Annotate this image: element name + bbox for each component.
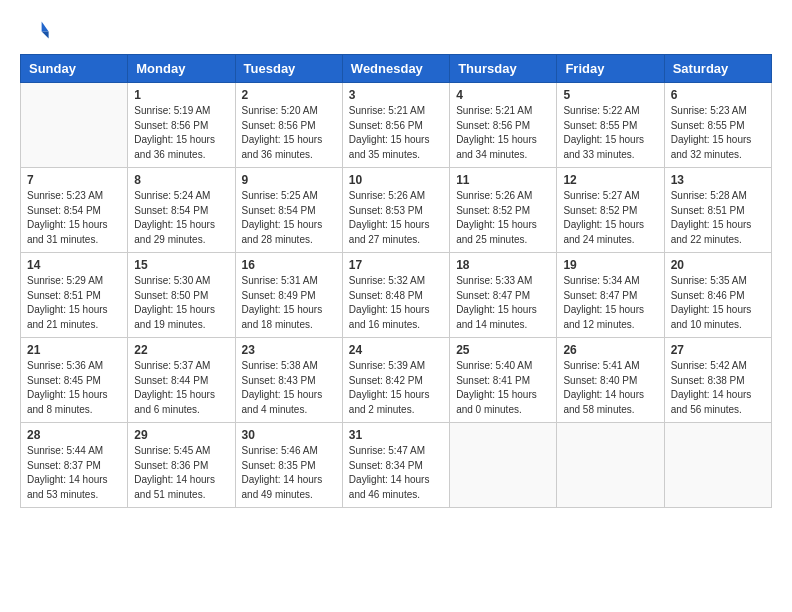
day-number: 3 [349,88,443,102]
day-info: Sunrise: 5:38 AM Sunset: 8:43 PM Dayligh… [242,359,336,417]
calendar-header-monday: Monday [128,55,235,83]
day-number: 21 [27,343,121,357]
svg-marker-0 [42,22,49,32]
calendar-cell: 11Sunrise: 5:26 AM Sunset: 8:52 PM Dayli… [450,168,557,253]
day-number: 6 [671,88,765,102]
day-info: Sunrise: 5:28 AM Sunset: 8:51 PM Dayligh… [671,189,765,247]
calendar-cell: 24Sunrise: 5:39 AM Sunset: 8:42 PM Dayli… [342,338,449,423]
calendar-cell [450,423,557,508]
calendar-cell: 25Sunrise: 5:40 AM Sunset: 8:41 PM Dayli… [450,338,557,423]
calendar-week-row: 21Sunrise: 5:36 AM Sunset: 8:45 PM Dayli… [21,338,772,423]
day-info: Sunrise: 5:40 AM Sunset: 8:41 PM Dayligh… [456,359,550,417]
day-number: 14 [27,258,121,272]
day-info: Sunrise: 5:36 AM Sunset: 8:45 PM Dayligh… [27,359,121,417]
calendar-week-row: 28Sunrise: 5:44 AM Sunset: 8:37 PM Dayli… [21,423,772,508]
day-info: Sunrise: 5:29 AM Sunset: 8:51 PM Dayligh… [27,274,121,332]
calendar-cell [664,423,771,508]
day-info: Sunrise: 5:42 AM Sunset: 8:38 PM Dayligh… [671,359,765,417]
day-info: Sunrise: 5:32 AM Sunset: 8:48 PM Dayligh… [349,274,443,332]
day-info: Sunrise: 5:20 AM Sunset: 8:56 PM Dayligh… [242,104,336,162]
day-number: 23 [242,343,336,357]
day-number: 9 [242,173,336,187]
day-info: Sunrise: 5:35 AM Sunset: 8:46 PM Dayligh… [671,274,765,332]
calendar-cell: 31Sunrise: 5:47 AM Sunset: 8:34 PM Dayli… [342,423,449,508]
calendar-cell: 21Sunrise: 5:36 AM Sunset: 8:45 PM Dayli… [21,338,128,423]
calendar-cell [21,83,128,168]
day-number: 8 [134,173,228,187]
day-info: Sunrise: 5:30 AM Sunset: 8:50 PM Dayligh… [134,274,228,332]
calendar-week-row: 7Sunrise: 5:23 AM Sunset: 8:54 PM Daylig… [21,168,772,253]
logo-icon [22,16,50,44]
calendar-cell: 17Sunrise: 5:32 AM Sunset: 8:48 PM Dayli… [342,253,449,338]
calendar-cell: 3Sunrise: 5:21 AM Sunset: 8:56 PM Daylig… [342,83,449,168]
calendar-cell: 22Sunrise: 5:37 AM Sunset: 8:44 PM Dayli… [128,338,235,423]
day-info: Sunrise: 5:41 AM Sunset: 8:40 PM Dayligh… [563,359,657,417]
day-number: 17 [349,258,443,272]
day-number: 12 [563,173,657,187]
calendar-header-saturday: Saturday [664,55,771,83]
day-number: 25 [456,343,550,357]
calendar-cell: 13Sunrise: 5:28 AM Sunset: 8:51 PM Dayli… [664,168,771,253]
day-number: 1 [134,88,228,102]
calendar-cell: 26Sunrise: 5:41 AM Sunset: 8:40 PM Dayli… [557,338,664,423]
calendar-header-sunday: Sunday [21,55,128,83]
calendar-cell: 19Sunrise: 5:34 AM Sunset: 8:47 PM Dayli… [557,253,664,338]
calendar-cell: 4Sunrise: 5:21 AM Sunset: 8:56 PM Daylig… [450,83,557,168]
calendar-cell: 9Sunrise: 5:25 AM Sunset: 8:54 PM Daylig… [235,168,342,253]
day-number: 11 [456,173,550,187]
day-info: Sunrise: 5:23 AM Sunset: 8:55 PM Dayligh… [671,104,765,162]
day-info: Sunrise: 5:27 AM Sunset: 8:52 PM Dayligh… [563,189,657,247]
calendar-header-wednesday: Wednesday [342,55,449,83]
calendar-cell: 10Sunrise: 5:26 AM Sunset: 8:53 PM Dayli… [342,168,449,253]
day-info: Sunrise: 5:23 AM Sunset: 8:54 PM Dayligh… [27,189,121,247]
day-info: Sunrise: 5:26 AM Sunset: 8:52 PM Dayligh… [456,189,550,247]
day-info: Sunrise: 5:33 AM Sunset: 8:47 PM Dayligh… [456,274,550,332]
day-number: 15 [134,258,228,272]
day-info: Sunrise: 5:31 AM Sunset: 8:49 PM Dayligh… [242,274,336,332]
day-number: 24 [349,343,443,357]
calendar-cell: 8Sunrise: 5:24 AM Sunset: 8:54 PM Daylig… [128,168,235,253]
calendar-cell: 16Sunrise: 5:31 AM Sunset: 8:49 PM Dayli… [235,253,342,338]
calendar-cell: 27Sunrise: 5:42 AM Sunset: 8:38 PM Dayli… [664,338,771,423]
day-number: 13 [671,173,765,187]
day-number: 29 [134,428,228,442]
logo [20,16,52,44]
day-number: 31 [349,428,443,442]
day-number: 5 [563,88,657,102]
calendar-cell: 2Sunrise: 5:20 AM Sunset: 8:56 PM Daylig… [235,83,342,168]
calendar-week-row: 1Sunrise: 5:19 AM Sunset: 8:56 PM Daylig… [21,83,772,168]
day-number: 20 [671,258,765,272]
svg-marker-1 [42,31,49,38]
calendar-cell: 6Sunrise: 5:23 AM Sunset: 8:55 PM Daylig… [664,83,771,168]
day-number: 26 [563,343,657,357]
day-number: 19 [563,258,657,272]
calendar-cell: 30Sunrise: 5:46 AM Sunset: 8:35 PM Dayli… [235,423,342,508]
calendar-cell: 14Sunrise: 5:29 AM Sunset: 8:51 PM Dayli… [21,253,128,338]
day-number: 30 [242,428,336,442]
page-header [20,16,772,44]
calendar-cell: 12Sunrise: 5:27 AM Sunset: 8:52 PM Dayli… [557,168,664,253]
calendar-cell: 28Sunrise: 5:44 AM Sunset: 8:37 PM Dayli… [21,423,128,508]
calendar-cell: 1Sunrise: 5:19 AM Sunset: 8:56 PM Daylig… [128,83,235,168]
day-info: Sunrise: 5:19 AM Sunset: 8:56 PM Dayligh… [134,104,228,162]
day-info: Sunrise: 5:34 AM Sunset: 8:47 PM Dayligh… [563,274,657,332]
day-number: 7 [27,173,121,187]
day-number: 2 [242,88,336,102]
calendar-header-tuesday: Tuesday [235,55,342,83]
calendar-header-friday: Friday [557,55,664,83]
day-number: 28 [27,428,121,442]
calendar-table: SundayMondayTuesdayWednesdayThursdayFrid… [20,54,772,508]
day-number: 18 [456,258,550,272]
calendar-cell: 20Sunrise: 5:35 AM Sunset: 8:46 PM Dayli… [664,253,771,338]
calendar-header-thursday: Thursday [450,55,557,83]
day-info: Sunrise: 5:21 AM Sunset: 8:56 PM Dayligh… [349,104,443,162]
calendar-cell [557,423,664,508]
day-info: Sunrise: 5:47 AM Sunset: 8:34 PM Dayligh… [349,444,443,502]
day-info: Sunrise: 5:44 AM Sunset: 8:37 PM Dayligh… [27,444,121,502]
calendar-week-row: 14Sunrise: 5:29 AM Sunset: 8:51 PM Dayli… [21,253,772,338]
calendar-cell: 15Sunrise: 5:30 AM Sunset: 8:50 PM Dayli… [128,253,235,338]
day-info: Sunrise: 5:24 AM Sunset: 8:54 PM Dayligh… [134,189,228,247]
calendar-cell: 29Sunrise: 5:45 AM Sunset: 8:36 PM Dayli… [128,423,235,508]
day-info: Sunrise: 5:46 AM Sunset: 8:35 PM Dayligh… [242,444,336,502]
day-info: Sunrise: 5:22 AM Sunset: 8:55 PM Dayligh… [563,104,657,162]
